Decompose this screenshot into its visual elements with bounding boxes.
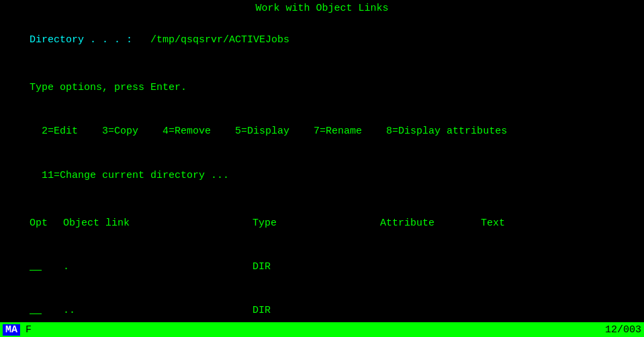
type-cell: DIR	[252, 303, 380, 318]
directory-label: Directory . . . :	[30, 34, 132, 46]
directory-spacer	[132, 34, 150, 46]
directory-value: /tmp/qsqsrvr/ACTIVEJobs	[150, 34, 289, 46]
table-row: __.DIR	[5, 245, 639, 289]
instructions-line: Type options, press Enter.	[5, 66, 639, 109]
options-line1: 2=Edit 3=Copy 4=Remove 5=Display 7=Renam…	[5, 110, 639, 154]
type-header: Type	[252, 216, 380, 231]
status-mode: MA	[3, 324, 20, 336]
type-cell: DIR	[252, 260, 380, 275]
status-indicator: F	[26, 324, 32, 336]
status-bar: MA F 12/003	[0, 322, 644, 337]
text-header: Text	[481, 218, 505, 229]
link-cell: .	[63, 260, 252, 275]
opt-header: Opt	[30, 216, 63, 231]
opt-cell[interactable]: __	[30, 260, 63, 275]
instructions-text: Type options, press Enter.	[30, 82, 187, 93]
title-text: Work with Object Links	[255, 3, 388, 14]
object-link-header: Object link	[63, 216, 252, 231]
status-position: 12/003	[605, 324, 641, 336]
opt-cell[interactable]: __	[30, 303, 63, 318]
main-screen: Work with Object Links Directory . . . :…	[0, 0, 644, 337]
directory-line: Directory . . . : /tmp/qsqsrvr/ACTIVEJob…	[5, 18, 639, 62]
attribute-header: Attribute	[380, 216, 481, 231]
page-title: Work with Object Links	[5, 3, 639, 14]
options-line2: 11=Change current directory ...	[5, 154, 639, 197]
link-cell: ..	[63, 303, 252, 318]
column-headers: OptObject linkTypeAttributeText	[5, 201, 639, 245]
